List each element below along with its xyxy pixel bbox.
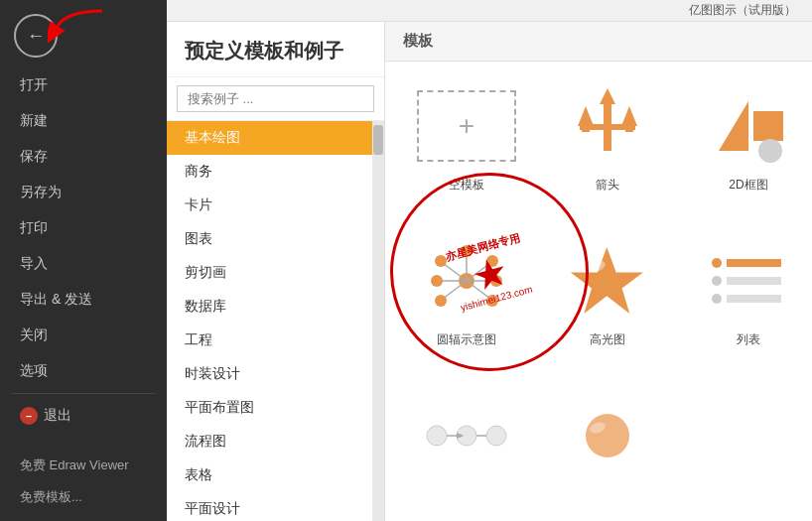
sidebar-item-new[interactable]: 新建 bbox=[0, 103, 167, 139]
svg-point-14 bbox=[461, 245, 473, 257]
sidebar-item-close[interactable]: 关闭 bbox=[0, 318, 167, 353]
scrollbar-thumb[interactable] bbox=[373, 125, 383, 155]
category-basic[interactable]: 基本绘图 bbox=[167, 121, 372, 155]
category-clip[interactable]: 剪切画 bbox=[167, 256, 372, 290]
svg-point-30 bbox=[712, 276, 722, 286]
svg-point-18 bbox=[435, 295, 447, 307]
category-floor[interactable]: 平面布置图 bbox=[167, 391, 372, 425]
radial-preview-icon bbox=[417, 241, 516, 321]
svg-marker-9 bbox=[719, 101, 748, 151]
category-chart[interactable]: 图表 bbox=[167, 222, 372, 256]
svg-point-41 bbox=[586, 414, 629, 457]
template-label-list: 列表 bbox=[737, 331, 760, 348]
svg-point-29 bbox=[712, 258, 722, 268]
template-card-radial[interactable]: 圆辐示意图 bbox=[401, 230, 532, 375]
category-fashion[interactable]: 时装设计 bbox=[167, 357, 372, 391]
sidebar-item-free-template[interactable]: 免费模板... bbox=[0, 481, 167, 513]
top-bar: 亿图图示（试用版） bbox=[167, 0, 812, 22]
svg-line-21 bbox=[467, 281, 490, 299]
svg-marker-27 bbox=[571, 247, 643, 314]
svg-point-16 bbox=[435, 255, 447, 267]
sidebar-item-print[interactable]: 打印 bbox=[0, 210, 167, 246]
svg-line-15 bbox=[443, 263, 467, 281]
svg-line-17 bbox=[443, 281, 467, 299]
main-content: 亿图图示（试用版） 预定义模板和例子 基本绘图 商务 卡片 图表 剪切画 数据库… bbox=[167, 0, 812, 521]
svg-point-22 bbox=[486, 295, 498, 307]
template-card-2dframe[interactable]: 2D框图 bbox=[683, 75, 812, 220]
svg-point-35 bbox=[427, 426, 447, 446]
content-area: 预定义模板和例子 基本绘图 商务 卡片 图表 剪切画 数据库 工程 时装设计 平… bbox=[167, 22, 812, 521]
2dframe-preview-icon bbox=[699, 86, 798, 166]
template-label-2dframe: 2D框图 bbox=[729, 177, 767, 194]
row3-2-icon bbox=[558, 406, 657, 465]
svg-rect-32 bbox=[727, 259, 781, 267]
svg-point-11 bbox=[758, 139, 782, 163]
exit-label: 退出 bbox=[44, 407, 71, 425]
app-title: 亿图图示（试用版） bbox=[689, 2, 796, 19]
category-table[interactable]: 表格 bbox=[167, 458, 372, 492]
exit-icon: – bbox=[20, 407, 38, 425]
sidebar-menu: 打开 新建 保存 另存为 打印 导入 导出 & 发送 关闭 选项 – 退出 bbox=[0, 67, 167, 450]
category-flowchart[interactable]: 流程图 bbox=[167, 425, 372, 458]
svg-rect-7 bbox=[604, 102, 611, 126]
template-card-blank[interactable]: + 空模板 bbox=[401, 75, 532, 220]
template-label-arrow: 箭头 bbox=[596, 177, 619, 194]
svg-point-20 bbox=[486, 255, 498, 267]
row3-1-icon bbox=[417, 406, 516, 465]
categories-scrollbar[interactable] bbox=[372, 121, 384, 521]
template-thumb-radial bbox=[407, 236, 526, 326]
svg-marker-2 bbox=[578, 106, 594, 126]
categories-list: 基本绘图 商务 卡片 图表 剪切画 数据库 工程 时装设计 平面布置图 流程图 … bbox=[167, 121, 372, 521]
template-thumb-blank: + bbox=[407, 81, 526, 171]
sidebar-item-save-as[interactable]: 另存为 bbox=[0, 175, 167, 210]
template-card-row3-2[interactable] bbox=[542, 385, 673, 507]
template-label-highlight: 高光图 bbox=[590, 331, 625, 348]
search-input[interactable] bbox=[177, 85, 374, 112]
svg-rect-34 bbox=[727, 295, 781, 303]
category-db[interactable]: 数据库 bbox=[167, 290, 372, 324]
svg-rect-10 bbox=[753, 111, 783, 141]
highlight-preview-icon bbox=[558, 241, 657, 321]
template-thumb-arrow bbox=[548, 81, 667, 171]
svg-point-26 bbox=[431, 275, 443, 287]
template-thumb-list bbox=[689, 236, 808, 326]
category-business[interactable]: 商务 bbox=[167, 155, 372, 189]
template-card-list[interactable]: 列表 bbox=[683, 230, 812, 375]
sidebar-item-export[interactable]: 导出 & 发送 bbox=[0, 282, 167, 318]
svg-point-36 bbox=[457, 426, 476, 446]
list-preview-icon bbox=[699, 241, 798, 321]
sidebar-item-options[interactable]: 选项 bbox=[0, 353, 167, 389]
svg-line-19 bbox=[467, 263, 490, 281]
category-flatdesign[interactable]: 平面设计 bbox=[167, 492, 372, 521]
svg-point-31 bbox=[712, 294, 722, 304]
svg-rect-33 bbox=[727, 277, 781, 285]
svg-point-37 bbox=[486, 426, 506, 446]
sidebar-item-free-viewer[interactable]: 免费 Edraw Viewer bbox=[0, 450, 167, 481]
back-button[interactable]: ← bbox=[14, 14, 58, 58]
search-box-wrap bbox=[167, 77, 384, 121]
sidebar-item-open[interactable]: 打开 bbox=[0, 67, 167, 103]
sidebar-bottom: 免费 Edraw Viewer 免费模板... bbox=[0, 450, 167, 521]
templates-panel: 模板 + 空模板 bbox=[385, 22, 812, 521]
sidebar-item-import[interactable]: 导入 bbox=[0, 246, 167, 282]
template-thumb-row3-2 bbox=[548, 391, 667, 480]
sidebar-divider bbox=[12, 393, 155, 394]
template-label-radial: 圆辐示意图 bbox=[437, 331, 496, 348]
categories-scroll-area: 基本绘图 商务 卡片 图表 剪切画 数据库 工程 时装设计 平面布置图 流程图 … bbox=[167, 121, 384, 521]
sidebar-item-exit[interactable]: – 退出 bbox=[0, 398, 167, 434]
template-thumb-highlight bbox=[548, 236, 667, 326]
category-engineering[interactable]: 工程 bbox=[167, 324, 372, 357]
category-card[interactable]: 卡片 bbox=[167, 189, 372, 222]
template-card-arrow[interactable]: 箭头 bbox=[542, 75, 673, 220]
template-card-highlight[interactable]: 高光图 bbox=[542, 230, 673, 375]
svg-point-24 bbox=[490, 275, 502, 287]
templates-header: 模板 bbox=[385, 22, 812, 62]
sidebar-item-save[interactable]: 保存 bbox=[0, 139, 167, 175]
sidebar: ← 打开 新建 保存 另存为 打印 导入 导出 & 发送 关闭 选项 – 退出 … bbox=[0, 0, 167, 521]
template-card-row3-1[interactable] bbox=[401, 385, 532, 507]
panel-title: 预定义模板和例子 bbox=[167, 22, 384, 77]
svg-marker-4 bbox=[621, 106, 637, 126]
template-thumb-row3-1 bbox=[407, 391, 526, 480]
svg-rect-8 bbox=[580, 124, 635, 130]
templates-grid: + 空模板 bbox=[385, 62, 812, 521]
